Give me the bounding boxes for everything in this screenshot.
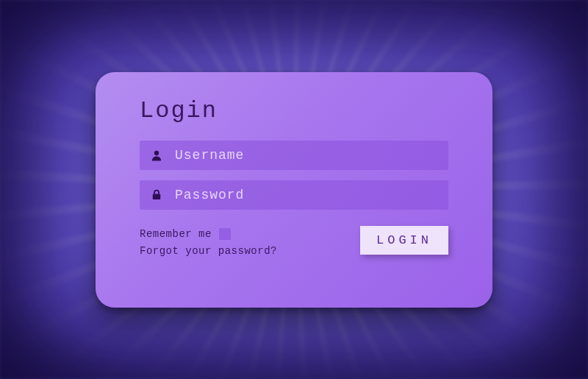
password-input[interactable]: [175, 188, 440, 202]
remember-me-checkbox[interactable]: [219, 228, 231, 240]
password-field-wrap[interactable]: [140, 180, 448, 210]
forgot-password-link[interactable]: Forgot your password?: [140, 243, 277, 261]
remember-me-toggle[interactable]: Remember me: [140, 226, 277, 244]
svg-rect-1: [153, 194, 161, 199]
user-icon: [148, 147, 165, 163]
login-title: Login: [140, 97, 448, 124]
login-button[interactable]: LOGIN: [360, 226, 448, 255]
lock-icon: [148, 187, 165, 203]
username-input[interactable]: [175, 148, 440, 163]
login-card: Login Remember me: [96, 72, 492, 308]
svg-point-0: [154, 150, 159, 155]
remember-me-label: Remember me: [140, 226, 212, 244]
username-field-wrap[interactable]: [140, 141, 448, 170]
